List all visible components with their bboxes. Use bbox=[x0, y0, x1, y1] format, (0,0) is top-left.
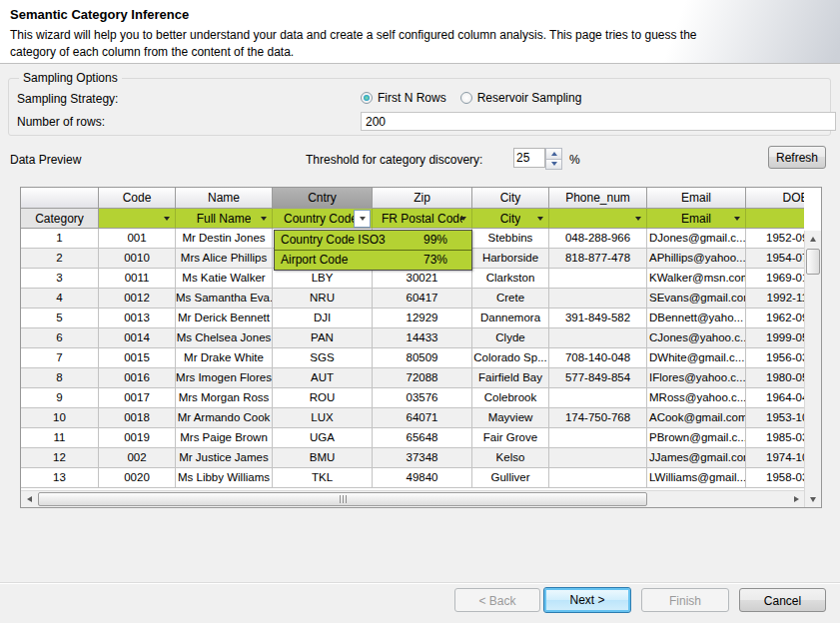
table-cell-name: Mrs Morgan Ross bbox=[176, 388, 273, 407]
group-label: Sampling Options bbox=[19, 71, 122, 85]
column-header-rownum bbox=[21, 188, 99, 209]
table-row: 60014Ms Chelsea JonesPAN14433ClydeCJones… bbox=[21, 328, 804, 348]
table-cell-name: Mrs Alice Phillips bbox=[176, 249, 273, 268]
table-cell-code: 0018 bbox=[99, 408, 176, 427]
category-cell-cntry[interactable]: Country Code ISO3 bbox=[273, 209, 373, 229]
column-header-email[interactable]: Email bbox=[647, 188, 746, 209]
table-cell-code: 0020 bbox=[99, 468, 176, 487]
popup-item[interactable]: Country Code ISO399% bbox=[275, 231, 471, 251]
dropdown-arrow-icon bbox=[164, 217, 170, 221]
table-cell-email: CJones@yahoo.c... bbox=[647, 328, 746, 347]
category-cell-email[interactable]: Email bbox=[647, 209, 746, 229]
spinner-up-icon bbox=[551, 152, 557, 156]
scroll-up-button[interactable] bbox=[805, 231, 821, 247]
table-cell-phone_num bbox=[549, 328, 647, 347]
table-row: 30011Ms Katie WalkerLBY30021ClarkstonKWa… bbox=[21, 269, 804, 289]
chevron-down-icon bbox=[360, 217, 366, 221]
table-cell-name: Ms Libby Williams bbox=[176, 468, 273, 487]
threshold-input[interactable] bbox=[513, 148, 545, 168]
table-cell-cntry: UGA bbox=[273, 428, 373, 447]
table-cell-city: Dannemora bbox=[472, 309, 549, 327]
table-cell-name: Mr Armando Cook bbox=[176, 408, 273, 427]
number-of-rows-input[interactable] bbox=[361, 112, 836, 131]
table-cell-code: 0015 bbox=[99, 348, 176, 367]
scroll-down-button[interactable] bbox=[805, 491, 821, 507]
table-cell-city: Gulliver bbox=[472, 468, 549, 487]
scroll-left-button[interactable] bbox=[21, 491, 37, 507]
table-cell-dob: 1956-03-21 bbox=[746, 348, 804, 367]
table-cell-phone_num: 174-750-768 bbox=[549, 408, 647, 427]
table-cell-email: JJames@gmail.com bbox=[647, 448, 746, 467]
table-cell-name: Mrs Paige Brown bbox=[176, 428, 273, 447]
vertical-scrollbar[interactable] bbox=[804, 231, 821, 507]
row-number: 4 bbox=[21, 289, 99, 308]
column-header-code[interactable]: Code bbox=[99, 188, 176, 209]
category-combo-button[interactable] bbox=[354, 210, 371, 228]
table-cell-city: Clarkston bbox=[472, 269, 549, 288]
spinner-down-button[interactable] bbox=[545, 160, 562, 171]
radio-reservoir-label: Reservoir Sampling bbox=[477, 91, 582, 105]
table-cell-zip: 37348 bbox=[373, 448, 472, 467]
category-cell-code[interactable] bbox=[99, 209, 176, 229]
table-cell-code: 0014 bbox=[99, 328, 176, 347]
column-header-cntry[interactable]: Cntry bbox=[273, 188, 373, 209]
table-row: 12002Mr Justice JamesBMU37348KelsoJJames… bbox=[21, 448, 804, 468]
row-number: 11 bbox=[21, 428, 99, 447]
next-button[interactable]: Next > bbox=[543, 587, 631, 613]
table-cell-cntry: LUX bbox=[273, 408, 373, 427]
radio-unselected-icon[interactable] bbox=[460, 92, 472, 104]
table-cell-phone_num: 391-849-582 bbox=[549, 309, 647, 327]
dropdown-arrow-icon bbox=[460, 217, 466, 221]
table-cell-name: Mr Derick Bennett bbox=[176, 309, 273, 327]
row-number: 7 bbox=[21, 348, 99, 367]
horizontal-scrollbar-thumb[interactable] bbox=[38, 492, 647, 506]
sampling-options-group: Sampling Options Sampling Strategy: Firs… bbox=[8, 78, 831, 136]
category-cell-phone_num[interactable] bbox=[549, 209, 647, 229]
table-row: 100018Mr Armando CookLUX64071Mayview174-… bbox=[21, 408, 804, 428]
radio-reservoir-sampling[interactable]: Reservoir Sampling bbox=[460, 91, 582, 105]
table-cell-zip: 65648 bbox=[373, 428, 472, 447]
table-cell-cntry: NRU bbox=[273, 289, 373, 308]
finish-button[interactable]: Finish bbox=[641, 588, 729, 612]
table-row: 90017Mrs Morgan RossROU03576ColebrookMRo… bbox=[21, 388, 804, 408]
horizontal-scrollbar[interactable] bbox=[21, 490, 804, 507]
table-cell-phone_num bbox=[549, 289, 647, 308]
refresh-button[interactable]: Refresh bbox=[768, 146, 826, 169]
column-header-phone_num[interactable]: Phone_num bbox=[549, 188, 647, 209]
threshold-spinner bbox=[545, 148, 562, 170]
radio-selected-icon[interactable] bbox=[361, 92, 373, 104]
table-cell-zip: 64071 bbox=[373, 408, 472, 427]
column-header-dob[interactable]: DOB bbox=[746, 188, 804, 209]
category-cell-city[interactable]: City bbox=[472, 209, 549, 229]
table-cell-dob: 1952-09-15 bbox=[746, 229, 804, 248]
dropdown-arrow-icon bbox=[261, 217, 267, 221]
table-cell-dob: 1969-01-01 bbox=[746, 269, 804, 288]
popup-item-label: Airport Code bbox=[281, 251, 348, 270]
category-cell-zip[interactable]: FR Postal Code bbox=[373, 209, 472, 229]
table-cell-email: LWilliams@gmail... bbox=[647, 468, 746, 487]
percent-label: % bbox=[569, 153, 580, 167]
table-cell-code: 0010 bbox=[99, 249, 176, 268]
back-button[interactable]: < Back bbox=[454, 588, 540, 612]
spinner-up-button[interactable] bbox=[545, 148, 562, 160]
category-cell-name[interactable]: Full Name bbox=[176, 209, 273, 229]
column-header-city[interactable]: City bbox=[472, 188, 549, 209]
row-number: 6 bbox=[21, 328, 99, 347]
table-row: 110019Mrs Paige BrownUGA65648Fair GroveP… bbox=[21, 428, 804, 448]
cancel-button[interactable]: Cancel bbox=[739, 588, 826, 612]
category-cell-dob[interactable] bbox=[746, 209, 804, 229]
scroll-right-button[interactable] bbox=[788, 491, 804, 507]
category-value: City bbox=[500, 209, 521, 229]
table-cell-city: Harborside bbox=[472, 249, 549, 268]
column-header-name[interactable]: Name bbox=[176, 188, 273, 209]
row-number: 1 bbox=[21, 229, 99, 248]
column-header-zip[interactable]: Zip bbox=[373, 188, 472, 209]
data-preview-label: Data Preview bbox=[10, 153, 81, 167]
popup-item[interactable]: Airport Code73% bbox=[275, 251, 471, 270]
number-of-rows-label: Number of rows: bbox=[17, 115, 105, 129]
grip-icon bbox=[340, 495, 341, 503]
popup-item-confidence: 99% bbox=[423, 231, 447, 250]
vertical-scrollbar-thumb[interactable] bbox=[806, 249, 820, 275]
radio-first-n-rows[interactable]: First N Rows bbox=[361, 91, 446, 105]
table-cell-city: Fairfield Bay bbox=[472, 368, 549, 387]
